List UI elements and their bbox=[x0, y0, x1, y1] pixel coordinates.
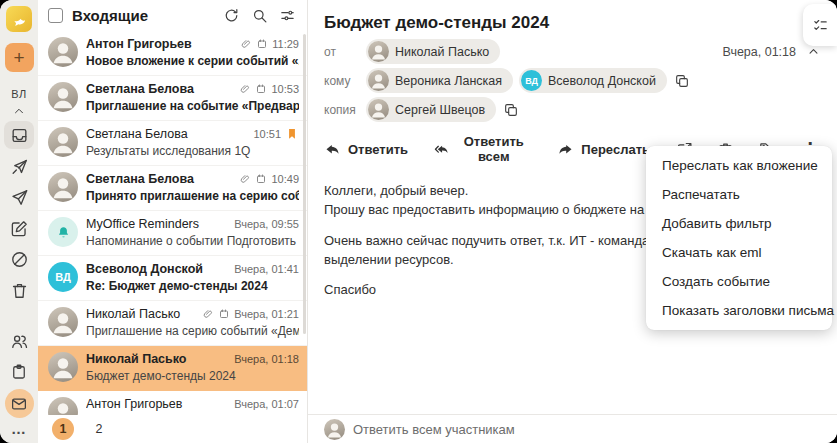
from-row: от Николай Пасько Вчера, 01:18 bbox=[308, 37, 837, 66]
collapse-header-chevron-icon[interactable] bbox=[806, 44, 821, 59]
message-time: Вчера, 09:55 bbox=[234, 218, 299, 230]
message-subject-preview: Приглашение на серию событий «Демо стен… bbox=[86, 324, 299, 338]
sidebar-item-drafts[interactable] bbox=[4, 214, 34, 242]
menu-item[interactable]: Добавить фильтр bbox=[646, 209, 832, 238]
from-contact-pill[interactable]: Николай Пасько bbox=[366, 39, 500, 64]
menu-item[interactable]: Создать событие bbox=[646, 267, 832, 296]
sender-name: Светлана Белова bbox=[86, 82, 233, 96]
reply-button[interactable]: Ответить bbox=[324, 141, 408, 158]
message-time: 10:53 bbox=[271, 83, 299, 95]
sender-name: Светлана Белова bbox=[86, 127, 247, 141]
select-all-checkbox[interactable] bbox=[48, 8, 63, 23]
message-time: Вчера, 01:18 bbox=[234, 353, 299, 365]
sidebar-item-spam[interactable] bbox=[4, 245, 34, 273]
quick-reply-bar[interactable]: Ответить всем участникам bbox=[308, 414, 837, 443]
list-item[interactable]: Николай Пасько Вчера, 01:21 bbox=[38, 301, 307, 346]
sender-name: Николай Пасько bbox=[86, 352, 228, 366]
message-time: Вчера, 01:21 bbox=[234, 308, 299, 320]
menu-item[interactable]: Показать заголовки письма bbox=[646, 296, 832, 325]
to-label: кому bbox=[324, 74, 366, 88]
reading-pane: Бюджет демо-стенды 2024 от Николай Паськ… bbox=[308, 0, 837, 443]
avatar bbox=[48, 127, 78, 157]
message-list: Антон Григорьев 11:29 bbox=[38, 31, 307, 415]
bookmark-flag-icon bbox=[285, 127, 299, 141]
menu-item[interactable]: Переслать как вложение bbox=[646, 151, 832, 180]
list-item[interactable]: MyOffice Reminders Вчера, 09:55 Напомина… bbox=[38, 211, 307, 256]
page-button-2[interactable]: 2 bbox=[88, 418, 110, 440]
list-item[interactable]: Светлана Белова 10:49 bbox=[38, 166, 307, 211]
recipient-pill[interactable]: ВД Всеволод Донской bbox=[519, 68, 667, 93]
avatar-initials: ВД bbox=[521, 70, 542, 91]
message-subject-preview: Напоминание о событии Подготовить отчет… bbox=[86, 234, 299, 248]
collapse-chevron-icon[interactable] bbox=[12, 104, 26, 118]
recipient-pill[interactable]: Вероника Ланская bbox=[366, 68, 513, 93]
sender-name: Антон Григорьев bbox=[86, 37, 234, 51]
list-item[interactable]: Светлана Белова 10:53 bbox=[38, 76, 307, 121]
sidebar-item-inbox[interactable] bbox=[4, 121, 34, 149]
from-label: от bbox=[324, 45, 366, 59]
sidebar-item-trash[interactable] bbox=[4, 276, 34, 304]
avatar bbox=[48, 82, 78, 112]
list-item[interactable]: ВД Всеволод Донской Вчера, 01:41 bbox=[38, 256, 307, 301]
menu-item[interactable]: Скачать как eml bbox=[646, 238, 832, 267]
sender-name: MyOffice Reminders bbox=[86, 217, 228, 231]
list-item[interactable]: Светлана Белова 10:51 Результаты исследо… bbox=[38, 121, 307, 166]
list-scrollbar[interactable] bbox=[303, 34, 306, 334]
message-subject-preview: Новое вложение к серии событий «Аналити… bbox=[86, 54, 299, 68]
avatar bbox=[368, 70, 389, 91]
copy-cc-icon[interactable] bbox=[503, 102, 519, 118]
to-row: кому Вероника Ланская ВД Всеволо bbox=[308, 66, 837, 95]
folder-title: Входящие bbox=[72, 7, 213, 24]
sender-name: Светлана Белова bbox=[86, 172, 233, 186]
sidebar-item-contacts[interactable] bbox=[4, 327, 34, 355]
message-time: 10:51 bbox=[253, 128, 281, 140]
message-time: Вчера, 01:07 bbox=[234, 398, 299, 410]
recipient-pill[interactable]: Сергей Швецов bbox=[366, 97, 496, 122]
recipient-name: Вероника Ланская bbox=[395, 74, 502, 88]
sidebar-item-mail[interactable] bbox=[5, 389, 34, 418]
avatar bbox=[48, 352, 78, 382]
paperclip-icon bbox=[240, 38, 252, 50]
list-header: Входящие bbox=[38, 0, 307, 31]
app-logo-icon[interactable] bbox=[6, 6, 32, 32]
recipient-name: Всеволод Донской bbox=[548, 74, 656, 88]
sidebar-item-calendar[interactable] bbox=[4, 358, 34, 386]
message-subject-preview: Re: Бюджет демо-стенды 2024 bbox=[86, 279, 299, 293]
reply-all-label: Ответить всем bbox=[456, 134, 531, 164]
avatar bbox=[368, 41, 389, 62]
sidebar-item-outbox[interactable] bbox=[4, 152, 34, 180]
calendar-icon bbox=[218, 308, 230, 320]
sidebar-item-sent[interactable] bbox=[4, 183, 34, 211]
quick-reply-placeholder: Ответить всем участникам bbox=[353, 422, 515, 437]
sidebar-more-icon[interactable]: … bbox=[11, 420, 27, 437]
avatar bbox=[324, 419, 345, 440]
forward-button[interactable]: Переслать bbox=[557, 141, 650, 158]
copy-recipients-icon[interactable] bbox=[674, 73, 690, 89]
message-subject-preview: Бюджет демо-стенды 2024 bbox=[86, 369, 299, 383]
sender-name: Всеволод Донской bbox=[86, 262, 228, 276]
list-item[interactable]: Николай Пасько Вчера, 01:18 Бюджет демо-… bbox=[38, 346, 307, 391]
calendar-icon bbox=[256, 38, 268, 50]
message-subject-preview: Принято приглашение на серию событий «… bbox=[86, 189, 299, 203]
reply-all-button[interactable]: Ответить всем bbox=[434, 134, 531, 164]
calendar-icon bbox=[255, 83, 267, 95]
cc-label: копия bbox=[324, 103, 366, 117]
message-time: Вчера, 01:41 bbox=[234, 263, 299, 275]
filter-sliders-icon[interactable] bbox=[278, 6, 297, 25]
search-icon[interactable] bbox=[250, 6, 269, 25]
message-subject-preview: Результаты исследования 1Q bbox=[86, 144, 299, 158]
message-time: 11:29 bbox=[272, 38, 299, 50]
reply-label: Ответить bbox=[348, 142, 408, 157]
pagination: 1 2 bbox=[38, 415, 307, 443]
refresh-icon[interactable] bbox=[222, 6, 241, 25]
user-avatar-initials[interactable]: ВЛ bbox=[11, 88, 26, 100]
page-button-1[interactable]: 1 bbox=[52, 418, 74, 440]
avatar bbox=[48, 307, 78, 337]
tasks-panel-tab[interactable] bbox=[803, 4, 837, 46]
list-item[interactable]: Антон Григорьев 11:29 bbox=[38, 31, 307, 76]
list-item[interactable]: Антон Григорьев Вчера, 01:07 bbox=[38, 391, 307, 415]
compose-button[interactable]: + bbox=[5, 43, 34, 72]
avatar-initials: ВД bbox=[48, 262, 78, 292]
avatar bbox=[48, 37, 78, 67]
menu-item[interactable]: Распечатать bbox=[646, 180, 832, 209]
